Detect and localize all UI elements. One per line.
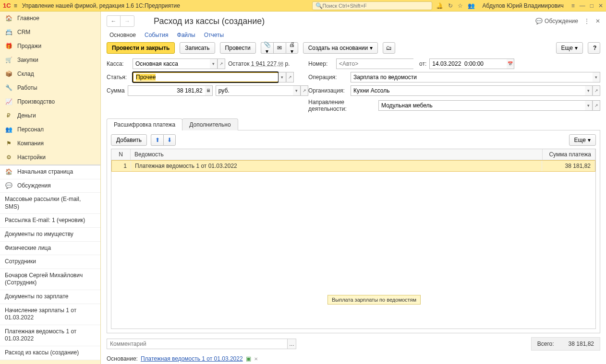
- user-name[interactable]: Абдулов Юрий Владимирович: [483, 2, 564, 9]
- sidebar-link-start[interactable]: 🏠Начальная страница: [0, 165, 100, 179]
- save-button[interactable]: Записать: [180, 42, 215, 54]
- subtab-additional[interactable]: Дополнительно: [182, 118, 238, 130]
- col-n[interactable]: N: [111, 149, 131, 160]
- sidebar-item-company[interactable]: ⚑Компания: [0, 137, 100, 151]
- sidebar-link[interactable]: Массовые рассылки (E-mail, SMS): [0, 193, 100, 214]
- calendar-icon[interactable]: 📅: [507, 59, 514, 69]
- search-input[interactable]: [323, 3, 429, 9]
- history-icon[interactable]: ↻: [448, 2, 453, 9]
- currency-input[interactable]: [216, 85, 293, 96]
- comment-field[interactable]: …: [107, 339, 296, 349]
- chevron-down-icon[interactable]: ▾: [585, 85, 593, 96]
- settings-icon[interactable]: ≡: [571, 2, 575, 9]
- sidebar-item-stock[interactable]: 📦Склад: [0, 67, 100, 81]
- sidebar-item-production[interactable]: 📈Производство: [0, 95, 100, 109]
- col-doc[interactable]: Ведомость: [131, 149, 543, 160]
- help-button[interactable]: ?: [588, 42, 600, 54]
- chevron-down-icon[interactable]: ▾: [279, 72, 286, 82]
- date-input[interactable]: [429, 59, 507, 69]
- global-search[interactable]: 🔍: [312, 1, 432, 10]
- kebab-icon[interactable]: ⋮: [584, 18, 590, 24]
- tab-main[interactable]: Основное: [109, 32, 136, 38]
- sidebar-item-staff[interactable]: 👥Персонал: [0, 123, 100, 137]
- org-input[interactable]: [351, 85, 585, 96]
- number-input[interactable]: [336, 59, 413, 69]
- sidebar-link[interactable]: Начисление зарплаты 1 от 01.03.2022: [0, 304, 100, 325]
- open-ref-icon[interactable]: ↗: [593, 100, 600, 111]
- base-link[interactable]: Платежная ведомость 1 от 01.03.2022: [141, 355, 243, 362]
- sidebar-link[interactable]: Бочаров Сергей Михайлович (Сотрудник): [0, 269, 100, 290]
- kassa-combo[interactable]: ▾ ↗: [133, 59, 225, 69]
- star-icon[interactable]: ☆: [458, 2, 463, 9]
- discuss-button[interactable]: 💬Обсуждение: [535, 18, 578, 24]
- sidebar-item-works[interactable]: 🔧Работы: [0, 81, 100, 95]
- sidebar-link[interactable]: Платежная ведомость 1 от 01.03.2022: [0, 325, 100, 346]
- close-icon[interactable]: ✕: [598, 2, 603, 9]
- users-icon[interactable]: 👥: [468, 2, 475, 9]
- open-ref-icon[interactable]: ↗: [218, 59, 225, 69]
- close-panel-icon[interactable]: ✕: [595, 18, 600, 24]
- sum-input[interactable]: [128, 85, 205, 96]
- date-field[interactable]: 📅: [429, 59, 514, 69]
- sidebar-link[interactable]: Сотрудники: [0, 255, 100, 269]
- open-ref-icon[interactable]: ↗: [286, 72, 294, 82]
- move-up-button[interactable]: ⬆: [151, 134, 163, 146]
- chevron-down-icon[interactable]: ▾: [210, 59, 218, 69]
- number-field[interactable]: [336, 59, 413, 69]
- print-button[interactable]: 🖨▾: [286, 42, 298, 54]
- sidebar-link[interactable]: Документы по имуществу: [0, 228, 100, 242]
- sidebar-link[interactable]: Документы по зарплате: [0, 290, 100, 304]
- nav-forward-button[interactable]: →: [121, 16, 134, 26]
- calc-icon[interactable]: 🖩: [205, 85, 213, 96]
- table-row[interactable]: 1 Платежная ведомость 1 от 01.03.2022 38…: [111, 160, 595, 172]
- org-combo[interactable]: ▾ ↗: [351, 85, 600, 96]
- currency-combo[interactable]: ▾ ↗: [216, 85, 308, 96]
- attach-button[interactable]: 📎▾: [261, 42, 273, 54]
- tab-files[interactable]: Файлы: [177, 32, 195, 38]
- post-button[interactable]: Провести: [220, 42, 256, 54]
- article-combo[interactable]: ▾ ↗: [133, 72, 294, 82]
- sidebar-item-purchases[interactable]: 🛒Закупки: [0, 53, 100, 67]
- pane-more-button[interactable]: Еще ▾: [569, 134, 596, 146]
- maximize-icon[interactable]: □: [590, 2, 594, 9]
- subtab-breakdown[interactable]: Расшифровка платежа: [107, 118, 182, 130]
- mail-button[interactable]: ✉: [273, 42, 286, 54]
- chevron-down-icon[interactable]: ▾: [593, 72, 600, 82]
- sidebar-link-discuss[interactable]: 💬Обсуждения: [0, 179, 100, 193]
- chevron-down-icon[interactable]: ▾: [585, 100, 593, 111]
- kassa-input[interactable]: [133, 59, 210, 69]
- activity-input[interactable]: [378, 100, 585, 111]
- operation-input[interactable]: [351, 72, 593, 82]
- article-input[interactable]: [133, 72, 279, 82]
- sidebar-link[interactable]: Физические лица: [0, 242, 100, 256]
- menu-icon[interactable]: ≡: [14, 2, 17, 9]
- more-button[interactable]: Еще ▾: [556, 42, 583, 54]
- chevron-down-icon[interactable]: ▾: [293, 85, 301, 96]
- post-and-close-button[interactable]: Провести и закрыть: [107, 42, 175, 54]
- balance-value[interactable]: 1 941 227,98: [251, 60, 283, 67]
- open-ref-icon[interactable]: ↗: [593, 85, 600, 96]
- sidebar-item-money[interactable]: ₽Деньги: [0, 109, 100, 123]
- add-row-button[interactable]: Добавить: [111, 134, 147, 146]
- sidebar-link-current[interactable]: Расход из кассы (создание): [0, 346, 100, 360]
- tab-reports[interactable]: Отчеты: [204, 32, 224, 38]
- col-sum[interactable]: Сумма платежа: [543, 149, 595, 160]
- sidebar-item-settings[interactable]: ⚙Настройки: [0, 151, 100, 164]
- minimize-icon[interactable]: —: [580, 2, 585, 9]
- create-based-button[interactable]: Создать на основании ▾: [303, 42, 378, 54]
- sidebar-link[interactable]: Рассылка E-mail: 1 (черновик): [0, 214, 100, 228]
- sum-field[interactable]: 🖩: [128, 85, 213, 96]
- sidebar-item-main[interactable]: 🏠Главное: [0, 12, 100, 25]
- operation-combo[interactable]: ▾: [351, 72, 600, 82]
- sidebar-item-crm[interactable]: 📇CRM: [0, 25, 100, 39]
- move-down-button[interactable]: ⬇: [163, 134, 176, 146]
- expand-icon[interactable]: …: [288, 339, 296, 349]
- tab-events[interactable]: События: [145, 32, 169, 38]
- open-ref-icon[interactable]: ↗: [301, 85, 308, 96]
- sidebar-item-sales[interactable]: 🎁Продажи: [0, 39, 100, 53]
- nav-back-button[interactable]: ←: [107, 16, 121, 26]
- clear-base-icon[interactable]: ✕: [254, 356, 258, 362]
- bell-icon[interactable]: 🔔: [436, 2, 443, 9]
- activity-combo[interactable]: ▾ ↗: [378, 100, 600, 111]
- comment-input[interactable]: [107, 339, 288, 349]
